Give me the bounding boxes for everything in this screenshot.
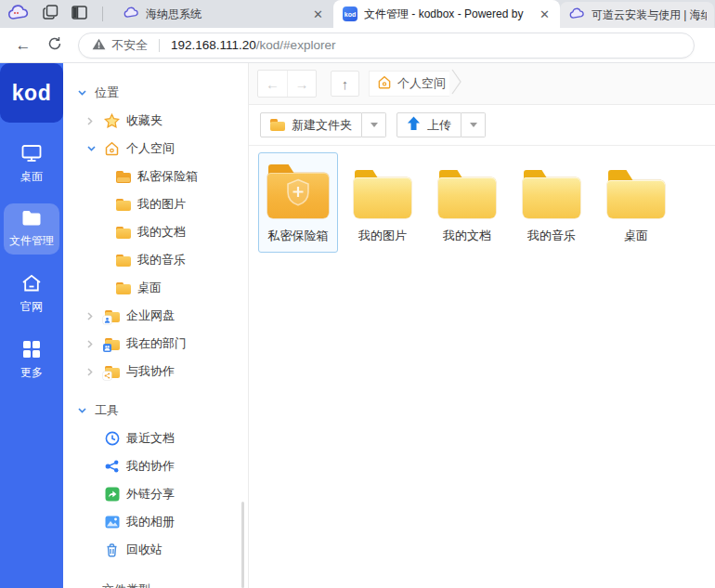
tree-item-label: 外链分享 [126, 486, 175, 503]
tree-item-company-drive[interactable]: 企业网盘 [63, 302, 248, 330]
folder-icon [115, 253, 131, 268]
kod-favicon-icon: kod [343, 7, 358, 21]
folder-icon [115, 225, 131, 241]
new-folder-split-button: 新建文件夹 [260, 112, 386, 137]
department-folder-icon [104, 336, 120, 352]
rail-item-official-site[interactable]: 官网 [4, 268, 59, 320]
monitor-icon [21, 144, 42, 165]
rail-item-desktop[interactable]: 桌面 [4, 137, 59, 190]
tab-close-icon[interactable]: ✕ [537, 7, 552, 21]
upload-dropdown[interactable] [462, 112, 486, 137]
url-host[interactable]: 192.168.111.20 [171, 38, 256, 52]
folder-tree: 位置 收藏夹 个人空间 私密保险箱 我的图片 我 [63, 63, 249, 588]
new-folder-button[interactable]: 新建文件夹 [260, 112, 362, 137]
chevron-down-icon[interactable] [78, 408, 95, 413]
file-item-my-pictures[interactable]: 我的图片 [343, 152, 422, 253]
file-item-safe-box[interactable]: 私密保险箱 [258, 152, 338, 253]
folder-icon [115, 281, 131, 296]
grid-icon [22, 340, 41, 361]
new-folder-dropdown[interactable] [362, 112, 386, 137]
upload-button[interactable]: 上传 [396, 112, 462, 137]
folder-icon [438, 170, 496, 218]
chevron-right-icon[interactable] [87, 312, 104, 320]
chevron-right-icon[interactable] [87, 117, 104, 125]
tree-item-file-type-clipped[interactable]: 文件类型 [102, 581, 150, 588]
security-status-label[interactable]: 不安全 [111, 37, 148, 54]
file-item-desktop[interactable]: 桌面 [596, 152, 676, 253]
hinas-favicon-icon [569, 7, 585, 22]
tree-section-location[interactable]: 位置 [63, 79, 248, 107]
tree-item-safe-box[interactable]: 私密保险箱 [63, 163, 248, 190]
tree-item-my-documents[interactable]: 我的文档 [63, 218, 248, 246]
chevron-right-icon[interactable] [87, 368, 104, 376]
refresh-icon[interactable] [39, 36, 71, 55]
tree-scrollbar-thumb[interactable] [241, 502, 244, 588]
tree-section-tools[interactable]: 工具 [63, 397, 248, 425]
file-name: 我的文档 [443, 228, 491, 244]
rail-item-more[interactable]: 更多 [4, 333, 59, 386]
tree-item-favorites[interactable]: 收藏夹 [63, 107, 248, 135]
browser-window: 海纳思系统 ✕ kod 文件管理 - kodbox - Powered by ✕… [0, 0, 715, 588]
vault-folder-icon [267, 164, 329, 218]
url-path[interactable]: /kod/#explorer [256, 38, 336, 52]
star-icon [104, 113, 120, 129]
tree-item-label: 我的图片 [137, 196, 186, 213]
tree-item-personal-space[interactable]: 个人空间 [63, 135, 248, 163]
tree-item-external-share[interactable]: 外链分享 [63, 480, 248, 508]
new-folder-label: 新建文件夹 [292, 117, 352, 134]
tree-item-my-department[interactable]: 我在的部门 [63, 330, 248, 358]
hinas-cloud-logo-icon[interactable] [7, 5, 30, 24]
tree-item-label: 桌面 [137, 280, 162, 296]
home-icon [104, 141, 120, 157]
not-secure-warning-icon[interactable] [92, 37, 106, 54]
vault-folder-icon [115, 169, 131, 185]
folder-icon [523, 170, 580, 218]
tab-kodcloud-docs[interactable]: 可道云安装与使用 | 海纳思 [560, 2, 714, 28]
caret-down-icon [470, 123, 477, 127]
nav-up-button[interactable]: ↑ [331, 71, 359, 97]
kod-logo[interactable]: kod [0, 63, 63, 123]
tree-item-label: 私密保险箱 [137, 168, 198, 185]
company-folder-icon [104, 308, 120, 324]
tab-close-icon[interactable]: ✕ [310, 7, 326, 21]
file-grid: 私密保险箱 我的图片 我的文档 我的音乐 桌面 [249, 146, 715, 253]
tree-item-recent-docs[interactable]: 最近文档 [63, 425, 248, 452]
chevron-down-icon[interactable] [78, 90, 95, 96]
tree-item-my-collaboration[interactable]: 我的协作 [63, 452, 248, 480]
tree-item-label: 个人空间 [126, 140, 175, 157]
rail-item-file-manager[interactable]: 文件管理 [4, 203, 59, 255]
tree-item-desktop[interactable]: 桌面 [63, 274, 248, 302]
breadcrumb-root[interactable]: 个人空间 [369, 71, 449, 97]
tab-groups-icon[interactable] [43, 5, 58, 24]
chevron-right-icon[interactable] [87, 340, 104, 348]
tab-hinas-system[interactable]: 海纳思系统 ✕ [114, 0, 333, 28]
upload-arrow-icon [407, 116, 421, 134]
home-icon [377, 75, 392, 93]
upload-label: 上传 [427, 117, 451, 134]
chevron-down-icon[interactable] [87, 146, 104, 151]
kodbox-app: kod 桌面 文件管理 官网 [0, 63, 715, 588]
address-bar[interactable]: 不安全 192.168.111.20/kod/#explorer [78, 33, 695, 59]
file-name: 私密保险箱 [268, 228, 329, 244]
tree-item-recycle-bin[interactable]: 回收站 [63, 536, 248, 564]
tree-item-shared-with-me[interactable]: 与我协作 [63, 358, 248, 385]
tab-strip: 海纳思系统 ✕ kod 文件管理 - kodbox - Powered by ✕… [0, 0, 715, 28]
tree-item-my-albums[interactable]: 我的相册 [63, 508, 248, 536]
file-item-my-music[interactable]: 我的音乐 [512, 152, 592, 253]
shared-folder-icon [104, 364, 120, 380]
nav-forward-button[interactable]: → [287, 71, 316, 97]
tree-item-my-music[interactable]: 我的音乐 [63, 246, 248, 274]
breadcrumb-chevron-icon [451, 69, 462, 98]
tree-item-label: 我的协作 [126, 458, 175, 475]
tree-item-label: 企业网盘 [126, 307, 175, 324]
tree-item-my-pictures[interactable]: 我的图片 [63, 190, 248, 218]
tab-kodbox-file-manager[interactable]: kod 文件管理 - kodbox - Powered by ✕ [333, 0, 560, 28]
nav-back-button[interactable]: ← [258, 71, 287, 97]
file-item-my-documents[interactable]: 我的文档 [427, 152, 507, 253]
external-share-icon [104, 487, 120, 503]
tree-item-label: 回收站 [126, 542, 162, 558]
back-icon[interactable]: ← [7, 36, 39, 55]
sidebar-toggle-icon[interactable] [72, 6, 87, 23]
app-rail: kod 桌面 文件管理 官网 [0, 63, 63, 588]
tree-section-label: 工具 [95, 402, 119, 419]
